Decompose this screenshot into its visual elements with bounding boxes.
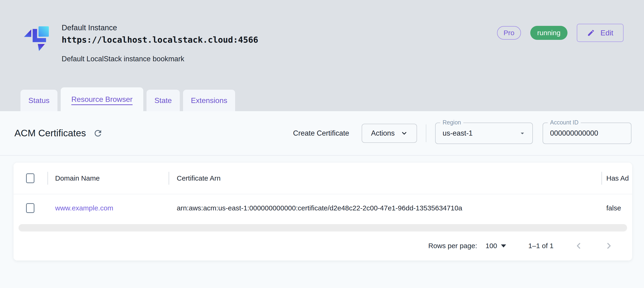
previous-page-button[interactable] [574,241,584,251]
tab-status[interactable]: Status [20,90,58,111]
pagination-bar: Rows per page: 100 1–1 of 1 [14,231,632,260]
header-checkbox-cell [20,173,47,183]
cell-certificate-arn: arn:aws:acm:us-east-1:000000000000:certi… [169,204,601,212]
pro-badge: Pro [497,26,521,40]
page-title: ACM Certificates [14,128,86,139]
table-header-row: Domain Name Certificate Arn Has Ad [14,163,632,194]
edit-button[interactable]: Edit [577,24,624,42]
certificates-table-card: Domain Name Certificate Arn Has Ad www.e… [14,163,632,260]
region-select-value: us-east-1 [442,129,472,137]
instance-badges: Pro running Edit [497,24,624,42]
chevron-down-icon [401,130,408,137]
rows-per-page-label: Rows per page: [428,242,477,250]
localstack-logo-icon [22,23,50,52]
actions-dropdown-button[interactable]: Actions [362,124,417,143]
chevron-right-icon [604,241,614,251]
tab-resource-browser-label: Resource Browser [72,95,132,104]
next-page-button[interactable] [604,241,614,251]
tab-resource-browser[interactable]: Resource Browser [61,87,143,111]
domain-name-link[interactable]: www.example.com [55,204,113,212]
status-badge: running [530,26,568,40]
account-id-label: Account ID [548,119,581,126]
horizontal-scrollbar[interactable] [18,224,627,231]
instance-info: Default Instance https://localhost.local… [62,23,258,63]
chevron-left-icon [574,241,584,251]
account-id-field[interactable]: Account ID 000000000000 [542,122,632,144]
create-certificate-button[interactable]: Create Certificate [293,129,349,137]
edit-button-label: Edit [600,29,613,37]
tab-status-label: Status [28,96,50,105]
dropdown-arrow-icon [518,129,526,137]
resource-toolbar: ACM Certificates Create Certificate Acti… [0,111,644,156]
pencil-icon [587,29,595,37]
instance-description: Default LocalStack instance bookmark [62,55,258,63]
instance-name: Default Instance [62,23,258,32]
refresh-button[interactable] [93,128,103,138]
region-select-label: Region [440,119,463,126]
column-header-certificate-arn[interactable]: Certificate Arn [169,174,601,182]
rows-per-page-select[interactable]: 100 [486,242,506,250]
cell-has-ad: false [602,204,632,212]
table-row: www.example.com arn:aws:acm:us-east-1:00… [14,194,632,222]
column-header-domain-name[interactable]: Domain Name [48,174,168,182]
select-all-checkbox[interactable] [26,173,34,183]
refresh-icon [93,128,103,138]
row-checkbox-cell [20,203,47,213]
toolbar-divider [426,124,426,142]
actions-label: Actions [371,129,395,137]
tab-state-label: State [154,96,172,105]
tab-bar: Status Resource Browser State Extensions [20,87,235,111]
account-id-value: 000000000000 [550,129,598,137]
caret-down-icon [501,244,506,247]
cell-domain-name: www.example.com [48,204,168,212]
tab-extensions-label: Extensions [191,96,228,105]
region-select[interactable]: Region us-east-1 [435,122,533,144]
rows-per-page-value: 100 [486,242,497,250]
tab-state[interactable]: State [146,90,180,111]
app-window: Default Instance https://localhost.local… [0,0,644,288]
tab-extensions[interactable]: Extensions [183,90,235,111]
row-checkbox[interactable] [26,203,34,213]
instance-url: https://localhost.localstack.cloud:4566 [62,35,258,45]
pagination-range: 1–1 of 1 [528,242,554,250]
instance-header: Default Instance https://localhost.local… [0,0,644,111]
column-header-has-ad[interactable]: Has Ad [602,174,632,182]
